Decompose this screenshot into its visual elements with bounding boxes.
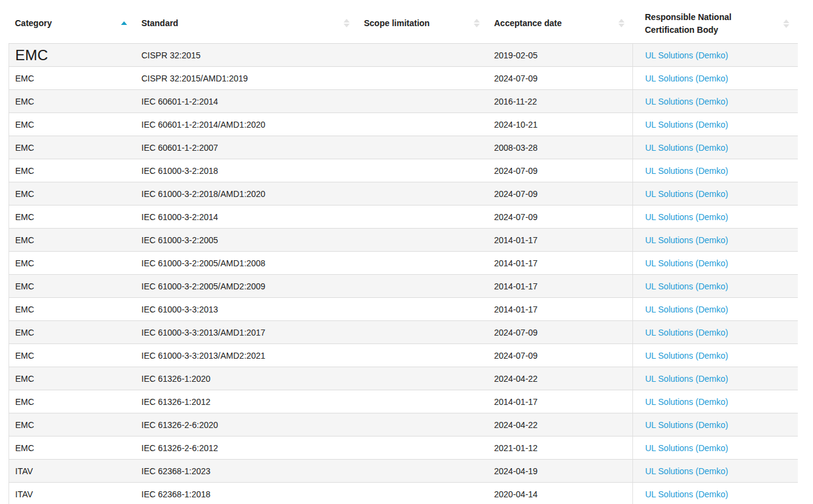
sort-unsorted-icon: [618, 19, 624, 27]
standard-cell: CISPR 32:2015: [136, 44, 358, 67]
standard-cell: IEC 60601-1-2:2014: [136, 90, 358, 113]
acceptance-date-cell: 2016-11-22: [488, 90, 633, 113]
ncb-cell: UL Solutions (Demko): [633, 252, 798, 275]
scope-limitation-cell: [358, 182, 488, 205]
standard-cell: IEC 61000-3-2:2005/AMD2:2009: [136, 275, 358, 298]
column-label-standard: Standard: [142, 17, 339, 29]
ncb-cell: UL Solutions (Demko): [633, 275, 798, 298]
table-row: EMCIEC 61326-2-6:20202024-04-22UL Soluti…: [9, 413, 798, 437]
category-cell: ITAV: [9, 460, 136, 483]
ncb-link[interactable]: UL Solutions (Demko): [645, 74, 728, 83]
ncb-link[interactable]: UL Solutions (Demko): [645, 120, 728, 129]
ncb-link[interactable]: UL Solutions (Demko): [645, 97, 728, 106]
ncb-link[interactable]: UL Solutions (Demko): [645, 143, 728, 153]
table-row: EMCIEC 61000-3-2:2005/AMD2:20092014-01-1…: [9, 275, 798, 298]
ncb-link[interactable]: UL Solutions (Demko): [645, 258, 728, 268]
scope-limitation-cell: [358, 205, 488, 229]
scope-limitation-cell: [358, 229, 488, 252]
acceptance-date-cell: 2024-10-21: [488, 113, 633, 136]
column-header-standard[interactable]: Standard: [136, 4, 358, 44]
standard-cell: IEC 61000-3-3:2013/AMD1:2017: [136, 321, 358, 344]
sort-ascending-icon: [121, 21, 127, 25]
standard-cell: IEC 61326-2-6:2012: [136, 437, 358, 460]
scope-limitation-cell: [358, 275, 488, 298]
table-row: EMCIEC 60601-1-2:20072008-03-28UL Soluti…: [9, 136, 798, 159]
standard-cell: IEC 60601-1-2:2014/AMD1:2020: [136, 113, 358, 136]
category-cell: EMC: [9, 298, 136, 321]
standards-table: Category Standard Scope limitation Accep…: [9, 4, 798, 504]
table-row: EMCIEC 61000-3-2:20182024-07-09UL Soluti…: [9, 159, 798, 182]
acceptance-date-cell: 2024-04-22: [488, 413, 633, 437]
table-row: EMCCISPR 32:2015/AMD1:20192024-07-09UL S…: [9, 67, 798, 90]
category-cell: EMC: [9, 321, 136, 344]
ncb-link[interactable]: UL Solutions (Demko): [645, 397, 728, 407]
acceptance-date-cell: 2024-04-19: [488, 460, 633, 483]
scope-limitation-cell: [358, 483, 488, 504]
acceptance-date-cell: 2019-02-05: [488, 44, 633, 67]
ncb-link[interactable]: UL Solutions (Demko): [645, 489, 728, 499]
column-header-category[interactable]: Category: [9, 4, 136, 44]
header-row: Category Standard Scope limitation Accep…: [9, 4, 798, 44]
ncb-link[interactable]: UL Solutions (Demko): [645, 466, 728, 476]
table-row: EMCIEC 61000-3-2:2018/AMD1:20202024-07-0…: [9, 182, 798, 205]
acceptance-date-cell: 2020-04-14: [488, 483, 633, 504]
table-row: EMCIEC 61000-3-3:2013/AMD1:20172024-07-0…: [9, 321, 798, 344]
standard-cell: IEC 61000-3-2:2014: [136, 205, 358, 229]
table-row: EMCIEC 61000-3-3:2013/AMD2:20212024-07-0…: [9, 344, 798, 367]
ncb-link[interactable]: UL Solutions (Demko): [645, 212, 728, 222]
category-cell: EMC: [9, 113, 136, 136]
table-row: EMCIEC 61000-3-2:20142024-07-09UL Soluti…: [9, 205, 798, 229]
ncb-link[interactable]: UL Solutions (Demko): [645, 351, 728, 361]
acceptance-date-cell: 2014-01-17: [488, 229, 633, 252]
scope-limitation-cell: [358, 390, 488, 413]
standard-cell: IEC 61000-3-3:2013: [136, 298, 358, 321]
scope-limitation-cell: [358, 437, 488, 460]
scope-limitation-cell: [358, 113, 488, 136]
scope-limitation-cell: [358, 413, 488, 437]
table-row: EMCIEC 61326-1:20202024-04-22UL Solution…: [9, 367, 798, 390]
scope-limitation-cell: [358, 67, 488, 90]
standard-cell: IEC 60601-1-2:2007: [136, 136, 358, 159]
ncb-cell: UL Solutions (Demko): [633, 390, 798, 413]
ncb-link[interactable]: UL Solutions (Demko): [645, 443, 728, 453]
column-header-scope-limitation[interactable]: Scope limitation: [358, 4, 488, 44]
ncb-link[interactable]: UL Solutions (Demko): [645, 281, 728, 291]
ncb-link[interactable]: UL Solutions (Demko): [645, 374, 728, 384]
column-header-acceptance-date[interactable]: Acceptance date: [488, 4, 633, 44]
standard-cell: IEC 62368-1:2018: [136, 483, 358, 504]
ncb-link[interactable]: UL Solutions (Demko): [645, 328, 728, 337]
table-row: EMCCISPR 32:20152019-02-05UL Solutions (…: [9, 44, 798, 67]
category-cell: EMC: [9, 159, 136, 182]
ncb-cell: UL Solutions (Demko): [633, 413, 798, 437]
standard-cell: IEC 61000-3-2:2018: [136, 159, 358, 182]
scope-limitation-cell: [358, 252, 488, 275]
ncb-cell: UL Solutions (Demko): [633, 298, 798, 321]
standard-cell: IEC 61326-2-6:2020: [136, 413, 358, 437]
scope-limitation-cell: [358, 367, 488, 390]
ncb-cell: UL Solutions (Demko): [633, 136, 798, 159]
sort-unsorted-icon: [474, 19, 480, 27]
standard-cell: IEC 61000-3-2:2018/AMD1:2020: [136, 182, 358, 205]
column-header-responsible-ncb[interactable]: Responsible National Certification Body: [633, 4, 798, 44]
ncb-link[interactable]: UL Solutions (Demko): [645, 420, 728, 430]
category-cell: EMC: [9, 44, 136, 67]
column-label-responsible-ncb: Responsible National Certification Body: [645, 11, 778, 36]
ncb-cell: UL Solutions (Demko): [633, 67, 798, 90]
ncb-link[interactable]: UL Solutions (Demko): [645, 166, 728, 176]
category-cell: EMC: [9, 136, 136, 159]
ncb-link[interactable]: UL Solutions (Demko): [645, 189, 728, 199]
ncb-link[interactable]: UL Solutions (Demko): [645, 305, 728, 314]
standard-cell: IEC 61000-3-3:2013/AMD2:2021: [136, 344, 358, 367]
table-header: Category Standard Scope limitation Accep…: [9, 4, 798, 44]
ncb-link[interactable]: UL Solutions (Demko): [645, 235, 728, 245]
sort-unsorted-icon: [783, 19, 789, 28]
category-cell: EMC: [9, 275, 136, 298]
ncb-cell: UL Solutions (Demko): [633, 367, 798, 390]
table-row: EMCIEC 60601-1-2:2014/AMD1:20202024-10-2…: [9, 113, 798, 136]
ncb-cell: UL Solutions (Demko): [633, 437, 798, 460]
acceptance-date-cell: 2008-03-28: [488, 136, 633, 159]
ncb-link[interactable]: UL Solutions (Demko): [645, 50, 728, 60]
scope-limitation-cell: [358, 159, 488, 182]
table-row: EMCIEC 61000-3-3:20132014-01-17UL Soluti…: [9, 298, 798, 321]
table-row: EMCIEC 61326-1:20122014-01-17UL Solution…: [9, 390, 798, 413]
